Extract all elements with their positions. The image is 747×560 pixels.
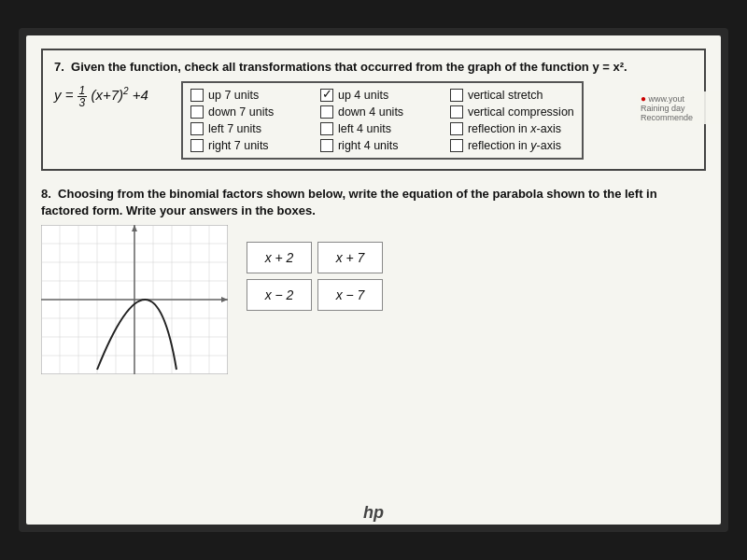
q8-body: x + 2 x + 7 x − 2 x − 7 [41,225,706,374]
youtube-icon: ● [641,93,646,104]
question-7-container: 7. Given the function, check all transfo… [41,49,706,171]
checkbox-down-4[interactable]: down 4 units [320,105,444,119]
checkbox-up-4[interactable]: up 4 units [320,89,444,102]
checkbox-reflection-x-box[interactable] [450,122,463,135]
checkbox-reflection-x[interactable]: reflection in x-axis [450,122,574,135]
checkbox-left-4-box[interactable] [320,122,333,135]
youtube-sidebar: ● www.yout Raining day Recommende [637,91,721,124]
checkbox-up-4-box[interactable] [320,89,333,102]
factors-section: x + 2 x + 7 x − 2 x − 7 [247,234,383,311]
yt-url: www.yout [649,94,685,104]
checkbox-down-4-box[interactable] [320,105,333,119]
checkbox-right-4-box[interactable] [320,139,333,152]
checkbox-up-7[interactable]: up 7 units [190,89,315,102]
checkbox-right-4[interactable]: right 4 units [320,139,444,152]
q7-prompt: Given the function, check all transforma… [71,60,627,74]
q7-body: y = 1 3 (x+7)2 +4 up 7 units u [54,81,693,160]
checkbox-down-7[interactable]: down 7 units [190,105,315,119]
checkbox-left-7-box[interactable] [190,122,204,135]
yt-title: Raining day [641,104,685,113]
checkbox-left-4[interactable]: left 4 units [320,122,444,135]
factor-x-plus-2[interactable]: x + 2 [247,242,312,273]
q7-checkboxes-grid: up 7 units up 4 units vertical stretch d… [181,81,584,160]
checkbox-up-7-box[interactable] [190,89,204,102]
checkbox-right-7[interactable]: right 7 units [190,139,315,152]
q8-number: 8. [41,187,51,201]
q7-number: 7. [54,60,64,74]
q8-prompt: Choosing from the binomial factors shown… [41,187,657,217]
checkbox-vertical-compression-box[interactable] [450,105,463,119]
parabola-graph [41,225,228,374]
factor-x-minus-7[interactable]: x − 7 [317,279,383,311]
factor-x-minus-2[interactable]: x − 2 [247,279,312,311]
yt-recommended: Recommende [641,113,693,122]
factors-grid: x + 2 x + 7 x − 2 x − 7 [247,242,383,311]
checkbox-vertical-compression[interactable]: vertical compression [450,105,574,119]
factor-x-plus-7[interactable]: x + 7 [317,242,383,273]
checkbox-vertical-stretch-box[interactable] [450,89,463,102]
checkbox-down-7-box[interactable] [190,105,204,119]
checkbox-reflection-y-box[interactable] [450,139,463,152]
q7-function: y = 1 3 (x+7)2 +4 [54,81,166,108]
q8-header: 8. Choosing from the binomial factors sh… [41,186,706,219]
question-8-container: 8. Choosing from the binomial factors sh… [41,180,706,374]
checkbox-reflection-y[interactable]: reflection in y-axis [450,139,574,152]
q7-header: 7. Given the function, check all transfo… [54,60,693,74]
checkbox-right-7-box[interactable] [190,139,204,152]
checkbox-vertical-stretch[interactable]: vertical stretch [450,89,574,102]
hp-logo: hp [363,501,384,523]
checkbox-left-7[interactable]: left 7 units [190,122,315,135]
graph-container [41,225,228,374]
